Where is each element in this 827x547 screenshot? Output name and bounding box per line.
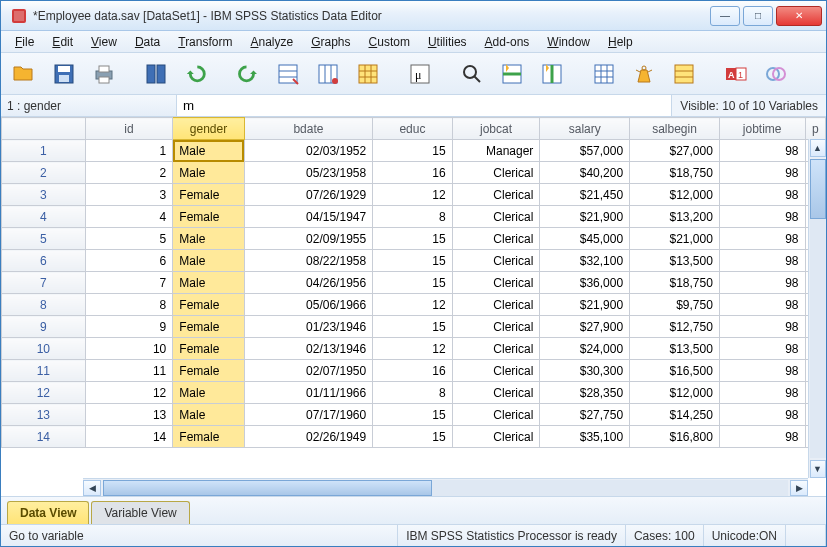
cell-salbegin[interactable]: $21,000 bbox=[630, 228, 720, 250]
vscroll-track[interactable] bbox=[810, 159, 826, 458]
cell-jobcat[interactable]: Clerical bbox=[452, 316, 540, 338]
weight-button[interactable] bbox=[627, 57, 661, 91]
cell-id[interactable]: 14 bbox=[85, 426, 173, 448]
cell-gender[interactable]: Female bbox=[173, 426, 244, 448]
cell-salbegin[interactable]: $12,000 bbox=[630, 184, 720, 206]
splitfile-button[interactable] bbox=[587, 57, 621, 91]
find-button[interactable] bbox=[455, 57, 489, 91]
cell-gender[interactable]: Male bbox=[173, 228, 244, 250]
save-button[interactable] bbox=[47, 57, 81, 91]
cell-educ[interactable]: 16 bbox=[373, 360, 453, 382]
cell-educ[interactable]: 8 bbox=[373, 382, 453, 404]
scroll-left-icon[interactable]: ◀ bbox=[83, 480, 101, 496]
scroll-right-icon[interactable]: ▶ bbox=[790, 480, 808, 496]
cell-educ[interactable]: 15 bbox=[373, 272, 453, 294]
table-row[interactable]: 66Male08/22/195815Clerical$32,100$13,500… bbox=[2, 250, 826, 272]
cell-salary[interactable]: $28,350 bbox=[540, 382, 630, 404]
cell-jobtime[interactable]: 98 bbox=[719, 404, 805, 426]
row-header[interactable]: 5 bbox=[2, 228, 86, 250]
cell-salbegin[interactable]: $18,750 bbox=[630, 162, 720, 184]
data-grid[interactable]: idgenderbdateeducjobcatsalarysalbeginjob… bbox=[1, 117, 826, 448]
table-row[interactable]: 88Female05/06/196612Clerical$21,900$9,75… bbox=[2, 294, 826, 316]
table-row[interactable]: 1010Female02/13/194612Clerical$24,000$13… bbox=[2, 338, 826, 360]
table-row[interactable]: 11Male02/03/195215Manager$57,000$27,0009… bbox=[2, 140, 826, 162]
cell-gender[interactable]: Male bbox=[173, 140, 244, 162]
row-header[interactable]: 4 bbox=[2, 206, 86, 228]
cell-bdate[interactable]: 01/23/1946 bbox=[244, 316, 372, 338]
corner-header[interactable] bbox=[2, 118, 86, 140]
cell-salary[interactable]: $24,000 bbox=[540, 338, 630, 360]
cell-bdate[interactable]: 04/15/1947 bbox=[244, 206, 372, 228]
cell-jobcat[interactable]: Clerical bbox=[452, 250, 540, 272]
cell-jobtime[interactable]: 98 bbox=[719, 140, 805, 162]
insertvariable-button[interactable] bbox=[535, 57, 569, 91]
row-header[interactable]: 9 bbox=[2, 316, 86, 338]
cell-salary[interactable]: $40,200 bbox=[540, 162, 630, 184]
variables-button[interactable] bbox=[351, 57, 385, 91]
cell-jobtime[interactable]: 98 bbox=[719, 162, 805, 184]
row-header[interactable]: 1 bbox=[2, 140, 86, 162]
hscroll-thumb[interactable] bbox=[103, 480, 432, 496]
tab-data-view[interactable]: Data View bbox=[7, 501, 89, 524]
menu-file[interactable]: File bbox=[7, 33, 42, 51]
print-button[interactable] bbox=[87, 57, 121, 91]
cell-salbegin[interactable]: $12,750 bbox=[630, 316, 720, 338]
gotovariable-button[interactable] bbox=[311, 57, 345, 91]
table-row[interactable]: 33Female07/26/192912Clerical$21,450$12,0… bbox=[2, 184, 826, 206]
row-header[interactable]: 3 bbox=[2, 184, 86, 206]
cell-educ[interactable]: 12 bbox=[373, 338, 453, 360]
cell-id[interactable]: 8 bbox=[85, 294, 173, 316]
cell-salary[interactable]: $21,900 bbox=[540, 294, 630, 316]
table-row[interactable]: 1111Female02/07/195016Clerical$30,300$16… bbox=[2, 360, 826, 382]
column-header-bdate[interactable]: bdate bbox=[244, 118, 372, 140]
cell-salbegin[interactable]: $16,800 bbox=[630, 426, 720, 448]
cell-educ[interactable]: 15 bbox=[373, 404, 453, 426]
cell-salary[interactable]: $27,900 bbox=[540, 316, 630, 338]
cell-reference[interactable]: 1 : gender bbox=[1, 95, 177, 116]
menu-add-ons[interactable]: Add-ons bbox=[477, 33, 538, 51]
cell-jobcat[interactable]: Clerical bbox=[452, 360, 540, 382]
menu-edit[interactable]: Edit bbox=[44, 33, 81, 51]
cell-bdate[interactable]: 07/26/1929 bbox=[244, 184, 372, 206]
cell-jobcat[interactable]: Clerical bbox=[452, 272, 540, 294]
cell-bdate[interactable]: 08/22/1958 bbox=[244, 250, 372, 272]
cell-id[interactable]: 1 bbox=[85, 140, 173, 162]
cell-jobcat[interactable]: Clerical bbox=[452, 294, 540, 316]
cell-jobcat[interactable]: Manager bbox=[452, 140, 540, 162]
column-header-jobcat[interactable]: jobcat bbox=[452, 118, 540, 140]
cell-jobcat[interactable]: Clerical bbox=[452, 184, 540, 206]
cell-bdate[interactable]: 02/03/1952 bbox=[244, 140, 372, 162]
cell-id[interactable]: 11 bbox=[85, 360, 173, 382]
cell-jobtime[interactable]: 98 bbox=[719, 250, 805, 272]
cell-jobcat[interactable]: Clerical bbox=[452, 162, 540, 184]
cell-gender[interactable]: Female bbox=[173, 184, 244, 206]
cell-salbegin[interactable]: $16,500 bbox=[630, 360, 720, 382]
cell-educ[interactable]: 12 bbox=[373, 294, 453, 316]
cell-salary[interactable]: $21,450 bbox=[540, 184, 630, 206]
table-row[interactable]: 1212Male01/11/19668Clerical$28,350$12,00… bbox=[2, 382, 826, 404]
insertcase-button[interactable] bbox=[495, 57, 529, 91]
cell-bdate[interactable]: 02/13/1946 bbox=[244, 338, 372, 360]
cell-gender[interactable]: Male bbox=[173, 404, 244, 426]
cell-salbegin[interactable]: $9,750 bbox=[630, 294, 720, 316]
cell-bdate[interactable]: 02/07/1950 bbox=[244, 360, 372, 382]
row-header[interactable]: 8 bbox=[2, 294, 86, 316]
row-header[interactable]: 14 bbox=[2, 426, 86, 448]
cell-educ[interactable]: 15 bbox=[373, 250, 453, 272]
cell-salbegin[interactable]: $14,250 bbox=[630, 404, 720, 426]
menu-help[interactable]: Help bbox=[600, 33, 641, 51]
row-header[interactable]: 11 bbox=[2, 360, 86, 382]
cell-gender[interactable]: Female bbox=[173, 206, 244, 228]
row-header[interactable]: 7 bbox=[2, 272, 86, 294]
close-button[interactable]: ✕ bbox=[776, 6, 822, 26]
cell-bdate[interactable]: 02/09/1955 bbox=[244, 228, 372, 250]
open-button[interactable] bbox=[7, 57, 41, 91]
cell-bdate[interactable]: 05/23/1958 bbox=[244, 162, 372, 184]
table-row[interactable]: 44Female04/15/19478Clerical$21,900$13,20… bbox=[2, 206, 826, 228]
cell-jobtime[interactable]: 98 bbox=[719, 272, 805, 294]
cell-salary[interactable]: $35,100 bbox=[540, 426, 630, 448]
cell-bdate[interactable]: 01/11/1966 bbox=[244, 382, 372, 404]
minimize-button[interactable]: — bbox=[710, 6, 740, 26]
cell-jobtime[interactable]: 98 bbox=[719, 206, 805, 228]
redo-button[interactable] bbox=[231, 57, 265, 91]
